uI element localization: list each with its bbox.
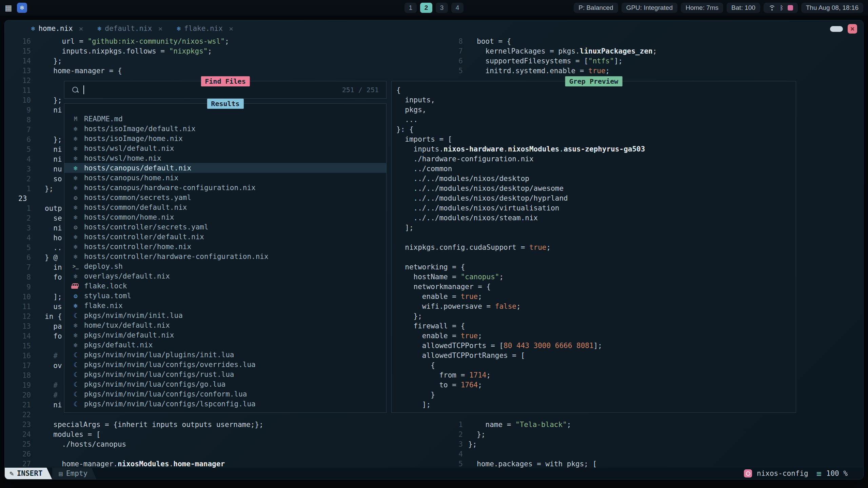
line-number: 3 <box>448 440 463 449</box>
latency-indicator[interactable]: Home: 7ms <box>681 3 723 13</box>
result-item[interactable]: ☾pkgs/nvim/nvim/lua/configs/rust.lua <box>64 369 386 379</box>
result-item[interactable]: ☾pkgs/nvim/nvim/lua/configs/lspconfig.lu… <box>64 399 386 409</box>
color-picker-icon[interactable] <box>788 5 793 11</box>
md-file-icon: M <box>71 116 80 122</box>
wifi-icon[interactable] <box>768 5 776 11</box>
nixos-logo-icon[interactable]: ❄ <box>17 3 27 13</box>
result-item[interactable]: >_deploy.sh <box>64 261 386 271</box>
yaml-file-icon: ⚙ <box>71 194 80 201</box>
line-number: 11 <box>5 302 31 312</box>
line-number: 8 <box>5 115 31 125</box>
result-item[interactable]: MREADME.md <box>64 114 386 124</box>
tab-label: flake.nix <box>184 24 223 33</box>
result-item[interactable]: ❄home/tux/default.nix <box>64 320 386 330</box>
result-item[interactable]: ❄flake.nix <box>64 301 386 310</box>
nix-file-icon: ❄ <box>71 174 80 182</box>
result-item[interactable]: ❄hosts/controller/home.nix <box>64 242 386 251</box>
result-filename: pkgs/nvim/nvim/lua/plugins/init.lua <box>84 351 234 359</box>
result-item[interactable]: ☾pkgs/nvim/nvim/lua/configs/conform.lua <box>64 389 386 399</box>
result-item[interactable]: ❄hosts/isoImage/default.nix <box>64 124 386 134</box>
code-line: inputs.nixos-hardware.nixosModules.asus-… <box>396 144 796 154</box>
topbar-right: P: Balanced GPU: Integrated Home: 7ms Ba… <box>574 3 863 13</box>
line-number: 1 <box>5 184 31 194</box>
line-number: 13 <box>5 322 31 331</box>
result-filename: hosts/canopus/hardware-configuration.nix <box>84 184 256 192</box>
result-item[interactable]: ❄hosts/wsl/default.nix <box>64 143 386 153</box>
result-filename: pkgs/nvim/nvim/lua/configs/lspconfig.lua <box>84 400 256 408</box>
line-number: 3 <box>5 223 31 233</box>
result-item[interactable]: ⚙hosts/common/secrets.yaml <box>64 192 386 202</box>
code-line: 26 <box>5 449 446 459</box>
code-line: ../common <box>396 164 796 174</box>
result-filename: flake.lock <box>84 282 127 290</box>
result-item[interactable]: ❄hosts/controller/default.nix <box>64 232 386 242</box>
code-line: 3}; <box>448 440 858 449</box>
preview-title-badge: Grep Preview <box>565 76 623 86</box>
window-close-button[interactable]: × <box>848 24 857 34</box>
line-number: 14 <box>5 331 31 341</box>
line-number: 12 <box>5 76 31 86</box>
code-line: 6 supportedFilesystems = ["ntfs"]; <box>448 56 858 66</box>
tab-flake.nix[interactable]: ❄flake.nix× <box>177 24 234 33</box>
line-number: 20 <box>5 390 31 400</box>
line-number: 10 <box>5 96 31 105</box>
result-item[interactable]: ☾pkgs/nvim/nvim/init.lua <box>64 310 386 320</box>
result-item[interactable]: ❄hosts/controller/hardware-configuration… <box>64 251 386 261</box>
workspace-button-2[interactable]: 2 <box>420 3 432 13</box>
clock[interactable]: Thu Aug 08, 18:16 <box>801 3 863 13</box>
lua-file-icon: ☾ <box>71 351 80 359</box>
code-line: inputs, <box>396 95 796 105</box>
result-item[interactable]: ❄hosts/canopus/home.nix <box>64 173 386 183</box>
result-filename: flake.nix <box>84 302 123 310</box>
result-item[interactable]: ❄hosts/common/home.nix <box>64 212 386 222</box>
system-tray: ᛒ <box>764 3 798 13</box>
result-item[interactable]: flake.lock <box>64 281 386 291</box>
line-number: 16 <box>5 351 31 361</box>
result-item[interactable]: ❄pkgs/default.nix <box>64 340 386 350</box>
result-filename: hosts/common/default.nix <box>84 203 187 211</box>
app-launcher-icon[interactable]: ▦ <box>5 3 12 13</box>
tab-close-icon[interactable]: × <box>158 24 162 33</box>
right-pane-bottom[interactable]: 1 name = "Tela-black";2 };3};45 home.pac… <box>448 420 858 469</box>
tab-close-icon[interactable]: × <box>79 24 83 33</box>
result-item[interactable]: ❄hosts/common/default.nix <box>64 202 386 212</box>
result-item[interactable]: ❄pkgs/nvim/default.nix <box>64 330 386 340</box>
result-filename: hosts/canopus/default.nix <box>84 164 191 172</box>
result-item[interactable]: ❄hosts/canopus/default.nix <box>64 163 386 173</box>
result-item[interactable]: ❄overlays/default.nix <box>64 271 386 281</box>
window-pin-toggle[interactable] <box>830 26 843 32</box>
result-item[interactable]: ❄hosts/isoImage/home.nix <box>64 134 386 143</box>
gpu-indicator[interactable]: GPU: Integrated <box>622 3 677 13</box>
line-number: 6 <box>5 253 31 263</box>
result-item[interactable]: ❄hosts/wsl/home.nix <box>64 153 386 163</box>
line-number: 22 <box>5 410 31 420</box>
result-item[interactable]: ⚙hosts/controller/secrets.yaml <box>64 222 386 232</box>
result-item[interactable]: ⚙stylua.toml <box>64 291 386 301</box>
workspace-button-3[interactable]: 3 <box>436 3 448 13</box>
result-filename: hosts/wsl/home.nix <box>84 154 161 162</box>
tab-home.nix[interactable]: ❄home.nix× <box>31 24 83 33</box>
nix-file-icon: ❄ <box>71 331 80 339</box>
line-number: 6 <box>448 56 463 66</box>
line-number: 8 <box>5 272 31 282</box>
file-indicator: ▤ Empty <box>52 468 97 479</box>
result-item[interactable]: ☾pkgs/nvim/nvim/lua/configs/overrides.lu… <box>64 360 386 369</box>
tab-close-icon[interactable]: × <box>229 24 233 33</box>
code-line: 2 }; <box>448 430 858 440</box>
power-profile-indicator[interactable]: P: Balanced <box>574 3 618 13</box>
right-pane-top[interactable]: 8 boot = {7 kernelPackages = pkgs.linuxP… <box>448 37 858 76</box>
result-item[interactable]: ☾pkgs/nvim/nvim/lua/configs/go.lua <box>64 379 386 389</box>
line-number: 2 <box>448 430 463 440</box>
project-name: nixos-config <box>757 469 808 477</box>
battery-indicator[interactable]: Bat: 100 <box>727 3 760 13</box>
result-item[interactable]: ☾pkgs/nvim/nvim/lua/plugins/init.lua <box>64 350 386 360</box>
tab-default.nix[interactable]: ❄default.nix× <box>98 24 163 33</box>
result-item[interactable]: ❄hosts/canopus/hardware-configuration.ni… <box>64 183 386 192</box>
bluetooth-icon[interactable]: ᛒ <box>780 4 784 12</box>
code-line: allowedTCPPortRanges = [ <box>396 351 796 361</box>
code-line: 13 home-manager = { <box>5 66 446 76</box>
search-icon <box>72 86 79 93</box>
workspace-button-1[interactable]: 1 <box>405 3 417 13</box>
workspace-button-4[interactable]: 4 <box>451 3 463 13</box>
line-number: 5 <box>5 243 31 253</box>
